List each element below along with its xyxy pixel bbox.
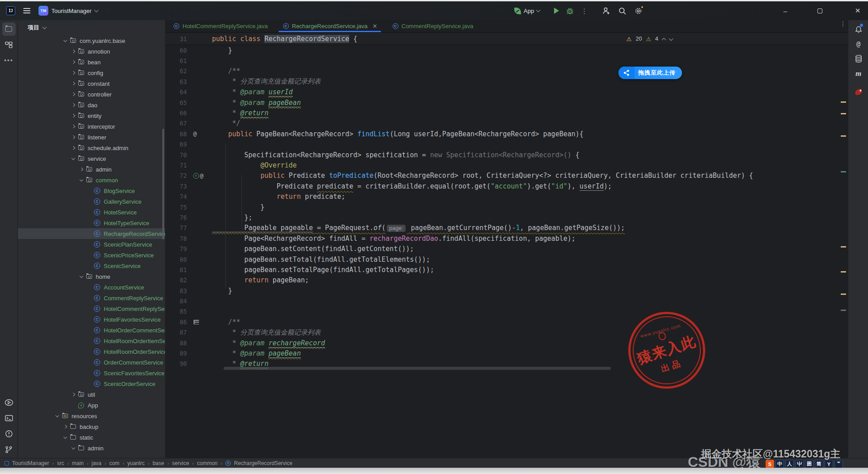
code-line-87[interactable]: 87 * 分页查询充值金额记录列表 bbox=[165, 327, 837, 338]
inspection-widget[interactable]: ⚠ 20 ⚠ 4 bbox=[627, 33, 673, 45]
code-pane[interactable]: 60 }6162 /**63 * 分页查询充值金额记录列表64 * @param… bbox=[165, 45, 837, 458]
terminal-tool-icon[interactable] bbox=[2, 411, 16, 425]
project-tool-icon[interactable] bbox=[2, 22, 16, 36]
stripe-mark[interactable] bbox=[841, 271, 846, 273]
tab-options-icon[interactable]: ⋮ bbox=[840, 22, 843, 25]
code-line-88[interactable]: 88 * @param rechargeRecord bbox=[165, 338, 837, 348]
intellij-logo-icon[interactable]: IJ bbox=[6, 6, 15, 15]
git-branch-icon[interactable] bbox=[2, 443, 16, 456]
ime-key[interactable]: 中 bbox=[775, 460, 784, 468]
debug-button[interactable] bbox=[566, 7, 574, 15]
breadcrumb-TouristManager[interactable]: TouristManager bbox=[12, 460, 49, 466]
chevron-right-icon[interactable] bbox=[70, 61, 77, 63]
code-line-81[interactable]: 81 pageBean.setTotalPage(findAll.getTota… bbox=[165, 264, 837, 275]
database-icon[interactable] bbox=[848, 51, 868, 66]
plugin-red-icon[interactable] bbox=[848, 84, 868, 99]
chevron-right-icon[interactable] bbox=[70, 136, 77, 138]
stripe-mark[interactable] bbox=[841, 294, 846, 295]
code-line-60[interactable]: 60 } bbox=[165, 45, 837, 55]
breadcrumb-RechargeRecordService[interactable]: RechargeRecordService bbox=[234, 460, 292, 466]
tree-item-ScenicPlanService[interactable]: CScenicPlanService bbox=[18, 239, 165, 250]
tree-item-common[interactable]: common bbox=[18, 175, 165, 185]
horizontal-scrollbar[interactable] bbox=[224, 367, 611, 370]
tree-item-RechargeRecordService[interactable]: CRechargeRecordService bbox=[18, 228, 165, 239]
stripe-mark[interactable] bbox=[841, 101, 846, 103]
tree-item-ScenicOrderService[interactable]: CScenicOrderService bbox=[18, 378, 165, 389]
chevron-down-icon[interactable] bbox=[62, 40, 69, 42]
tree-item-resources[interactable]: resources bbox=[18, 411, 165, 421]
ime-key[interactable]: 人 bbox=[785, 460, 794, 468]
code-line-67[interactable]: 67 */ bbox=[165, 118, 837, 129]
code-line-68[interactable]: 68@ public PageBean<RechargeRecord> find… bbox=[165, 129, 837, 139]
stripe-mark[interactable] bbox=[841, 246, 846, 247]
tree-item-CommentReplyService[interactable]: CCommentReplyService bbox=[18, 293, 165, 303]
chevron-right-icon[interactable] bbox=[70, 82, 77, 85]
problems-tool-icon[interactable] bbox=[2, 427, 16, 440]
code-line-71[interactable]: 71 @Override bbox=[165, 160, 837, 170]
tree-item-interceptor[interactable]: interceptor bbox=[18, 121, 165, 132]
code-line-74[interactable]: 74 return predicate; bbox=[165, 191, 837, 201]
ime-key[interactable]: 屮 bbox=[795, 460, 804, 468]
tree-item-util[interactable]: util bbox=[18, 389, 165, 400]
tree-item-annotion[interactable]: annotion bbox=[18, 46, 165, 57]
code-line-62[interactable]: 62 /** bbox=[165, 66, 837, 76]
project-scrollbar[interactable] bbox=[162, 129, 164, 239]
code-line-85[interactable]: 85 bbox=[165, 306, 837, 317]
ime-key[interactable]: S bbox=[766, 460, 774, 468]
breadcrumb-java[interactable]: java bbox=[92, 460, 102, 466]
tree-item-home[interactable]: home bbox=[18, 271, 165, 282]
tree-item-OrderCommentService[interactable]: COrderCommentService bbox=[18, 357, 165, 368]
maven-icon[interactable]: m bbox=[848, 66, 868, 81]
chevron-right-icon[interactable] bbox=[62, 425, 69, 428]
code-line-84[interactable]: 84 bbox=[165, 296, 837, 306]
tree-item-constant[interactable]: constant bbox=[18, 78, 165, 89]
tree-item-listener[interactable]: listener bbox=[18, 132, 165, 143]
tree-item-HotelTypeService[interactable]: CHotelTypeService bbox=[18, 218, 165, 228]
tree-item-AccountService[interactable]: CAccountService bbox=[18, 282, 165, 293]
breadcrumb-base[interactable]: base bbox=[152, 460, 164, 466]
chevron-down-icon[interactable] bbox=[78, 179, 85, 181]
ime-key[interactable]: 囲 bbox=[805, 460, 813, 468]
code-line-70[interactable]: 70 Specification<RechargeRecord> specifi… bbox=[165, 150, 837, 160]
code-line-79[interactable]: 79 pageBean.setContent(findAll.getConten… bbox=[165, 243, 837, 254]
tree-item-service[interactable]: service bbox=[18, 153, 165, 164]
notifications-bell-icon[interactable] bbox=[848, 22, 868, 37]
more-tool-windows-icon[interactable]: ••• bbox=[2, 54, 16, 67]
code-line-73[interactable]: 73 Predicate predicate = criteriaBuilder… bbox=[165, 181, 837, 191]
commit-tool-icon[interactable] bbox=[2, 38, 16, 51]
next-problem-icon[interactable] bbox=[669, 36, 673, 41]
breadcrumb-yuanlrc[interactable]: yuanlrc bbox=[127, 460, 145, 466]
close-button[interactable]: ✕ bbox=[847, 1, 868, 20]
chevron-right-icon[interactable] bbox=[70, 147, 77, 149]
search-icon[interactable] bbox=[618, 7, 627, 15]
chevron-down-icon[interactable] bbox=[78, 276, 85, 277]
tree-item-ScenicService[interactable]: CScenicService bbox=[18, 260, 165, 271]
tree-item-schedule.admin[interactable]: schedule.admin bbox=[18, 143, 165, 153]
tab-CommentReplyService.java[interactable]: CCommentReplyService.java bbox=[385, 20, 480, 32]
ime-key[interactable]: ⺌ bbox=[834, 460, 843, 468]
chevron-down-icon[interactable] bbox=[54, 415, 61, 417]
code-line-66[interactable]: 66 * @return bbox=[165, 108, 837, 118]
code-line-65[interactable]: 65 * @param pageBean bbox=[165, 97, 837, 108]
close-tab-icon[interactable]: ✕ bbox=[373, 23, 377, 29]
tree-item-config[interactable]: config bbox=[18, 67, 165, 78]
ime-key[interactable]: Y bbox=[825, 460, 833, 468]
chevron-down-icon[interactable] bbox=[62, 436, 69, 438]
minimize-button[interactable]: – bbox=[775, 1, 796, 20]
tree-item-static[interactable]: static bbox=[18, 432, 165, 443]
tree-item-BlogService[interactable]: CBlogService bbox=[18, 185, 165, 196]
chevron-right-icon[interactable] bbox=[70, 104, 77, 106]
code-line-78[interactable]: 78 Page<RechargeRecord> findAll = rechar… bbox=[165, 233, 837, 243]
tree-item-com.yuanlrc.base[interactable]: com.yuanlrc.base bbox=[18, 35, 165, 46]
tree-item-backup[interactable]: backup bbox=[18, 421, 165, 432]
breadcrumb-main[interactable]: main bbox=[72, 460, 84, 466]
tree-item-admin[interactable]: admin bbox=[18, 443, 165, 453]
tab-HotelCommentReplyService.java[interactable]: CHotelCommentReplyService.java bbox=[165, 20, 275, 32]
chevron-down-icon[interactable] bbox=[70, 447, 77, 449]
chevron-right-icon[interactable] bbox=[70, 114, 77, 117]
stripe-mark[interactable] bbox=[841, 135, 846, 137]
tree-item-entity[interactable]: entity bbox=[18, 110, 165, 121]
code-line-61[interactable]: 61 bbox=[165, 55, 837, 66]
tree-item-GalleryService[interactable]: CGalleryService bbox=[18, 196, 165, 207]
breadcrumb-service[interactable]: service bbox=[172, 460, 189, 466]
